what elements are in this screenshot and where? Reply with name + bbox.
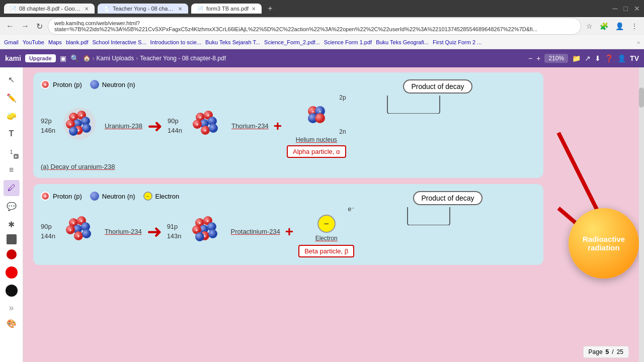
search-icon[interactable]: 🔍	[70, 54, 79, 62]
plus-zoom[interactable]: +	[536, 54, 540, 62]
tab-1[interactable]: 📄 08 chapter-8.pdf - Google Drive ✕	[4, 4, 95, 14]
home-icon[interactable]: 🏠	[83, 55, 91, 62]
brace-top	[382, 94, 493, 114]
tv-icon[interactable]: TV	[630, 54, 639, 62]
bookmark-school[interactable]: School Interactive S...	[93, 39, 146, 45]
text-tool[interactable]: T	[4, 126, 20, 142]
scrollbar-thumb[interactable]	[639, 87, 644, 108]
content-area: Product of decay + Proton (p) Neutron (	[23, 67, 553, 362]
svg-text:+: +	[198, 221, 201, 226]
protactinium-nucleus: + + + +	[186, 212, 226, 252]
bookmarks-bar: Gmail YouTube Maps blank.pdf School Inte…	[0, 35, 644, 49]
thorium-label: Thorium-234	[231, 122, 269, 130]
share-icon[interactable]: ↗	[585, 54, 591, 62]
palette-icon[interactable]: 🎨	[4, 315, 20, 331]
bookmark-maps[interactable]: Maps	[48, 39, 62, 45]
uranium-nucleus: + + + +	[59, 106, 100, 146]
svg-text:+: +	[77, 128, 79, 133]
page-indicator: Page 5 / 25	[583, 346, 629, 358]
bookmark-scienceform2[interactable]: Science_Form_2.pdf...	[264, 39, 320, 45]
svg-text:+: +	[203, 234, 206, 239]
paragraph-tool[interactable]: ≡	[4, 162, 20, 178]
color-picker[interactable]	[7, 234, 17, 244]
bookmark-youtube[interactable]: YouTube	[23, 39, 44, 45]
profile-kami[interactable]: 👤	[617, 54, 626, 62]
stamp-tool[interactable]: ✱	[4, 216, 20, 232]
bookmark-gmail[interactable]: Gmail	[4, 39, 19, 45]
breadcrumb-file[interactable]: Teacher Yong - 08 chapter-8.pdf	[140, 55, 226, 62]
uranium-counts: 92p 146n	[41, 117, 55, 135]
refresh-button[interactable]: ↻	[34, 21, 45, 32]
forward-button[interactable]: →	[19, 21, 31, 32]
thorium234-label: Thorium-234	[105, 228, 142, 235]
plus-bottom: +	[285, 224, 293, 240]
beta-box: Beta particle, β	[298, 245, 354, 257]
address-bar[interactable]: web.kamihq.com/web/viewer.html?state=%7B…	[48, 18, 581, 35]
kami-toolbar: kami Upgrade ▣ 🔍 🏠 › Kami Uploads › Teac…	[0, 49, 644, 67]
menu-icon[interactable]: ⋮	[629, 22, 640, 30]
helium-nucleus: + +	[304, 102, 329, 127]
bookmark-bukugeo[interactable]: Buku Teks Geografi...	[376, 39, 429, 45]
minus-zoom[interactable]: −	[528, 54, 532, 62]
arrow-bottom: ➜	[147, 223, 162, 241]
svg-text:+: +	[69, 228, 71, 233]
profile-icon[interactable]: 👤	[613, 22, 626, 30]
svg-point-47	[208, 229, 217, 238]
upgrade-button[interactable]: Upgrade	[25, 54, 56, 62]
plus-top: +	[274, 118, 282, 134]
black-color[interactable]	[4, 283, 20, 299]
kami-tools-right: − + 210% 📁 ↗ ⬇ ❓ 👤 TV	[528, 54, 639, 63]
comment-tool[interactable]: 💬	[4, 198, 20, 214]
helium-block: 2p + + 2n Helium nucleus	[287, 94, 346, 158]
svg-point-48	[195, 232, 204, 241]
breadcrumb: 🏠 › Kami Uploads › Teacher Yong - 08 cha…	[83, 55, 524, 62]
right-decoration: Radioactiveradiation	[553, 67, 644, 362]
tab-3[interactable]: 📄 form3 TB ans.pdf ✕	[191, 4, 262, 14]
maximize-button[interactable]: □	[624, 5, 628, 13]
uranium-block: 92p 146n	[41, 106, 100, 146]
tab-2[interactable]: 📄 Teacher Yong - 08 chapter-8.pdf ✕	[98, 4, 188, 14]
new-tab-button[interactable]: +	[265, 4, 275, 13]
neutron-legend-b: Neutron (n)	[90, 192, 135, 201]
number-tool[interactable]: 1 ▼	[4, 144, 20, 160]
bookmark-buku[interactable]: Buku Teks Sejarah T...	[205, 39, 260, 45]
bookmark-scienceform1[interactable]: Science Form 1.pdf	[324, 39, 372, 45]
scrollbar-track[interactable]	[639, 67, 644, 362]
brace-bottom	[403, 205, 493, 225]
product-decay-top-section: Product of decay	[382, 79, 493, 114]
cursor-tool[interactable]: ↖	[4, 71, 20, 87]
svg-text:+: +	[318, 110, 321, 114]
svg-text:+: +	[196, 122, 198, 127]
folder-icon[interactable]: 📁	[572, 54, 581, 62]
radioactive-ball: Radioactiveradiation	[569, 208, 639, 279]
download-icon[interactable]: ⬇	[595, 54, 601, 62]
sidebar-toggle[interactable]: ▣	[60, 54, 66, 62]
bookmark-blank[interactable]: blank.pdf	[66, 39, 89, 45]
breadcrumb-uploads[interactable]: Kami Uploads	[97, 55, 134, 62]
back-button[interactable]: ←	[4, 21, 16, 32]
product-decay-top-box: Product of decay	[403, 79, 472, 94]
pen-tool[interactable]: ✏️	[4, 89, 20, 106]
help-icon[interactable]: ❓	[605, 54, 613, 62]
extensions-icon[interactable]: 🧩	[598, 22, 610, 30]
arrow-top: ➜	[147, 117, 163, 135]
svg-text:+: +	[72, 221, 74, 226]
thorium234-nucleus: + + + +	[59, 212, 100, 252]
minimize-button[interactable]: ─	[613, 5, 618, 13]
svg-text:+: +	[199, 115, 201, 120]
eraser-tool[interactable]: 🧽	[4, 108, 20, 124]
zoom-level[interactable]: 210%	[544, 54, 568, 63]
bookmark-star[interactable]: ☆	[584, 22, 595, 30]
electron-block: e⁻ − Electron Beta particle, β	[298, 206, 354, 257]
red-color-2[interactable]	[4, 264, 20, 281]
highlight-tool[interactable]: 🖊	[4, 180, 20, 196]
caption-top: (a) Decay of uranium-238	[41, 163, 536, 170]
protactinium-block: 91p 143n + + +	[167, 212, 226, 252]
bookmark-quiz[interactable]: First Quiz Form 2 ...	[433, 39, 481, 45]
bookmark-intro[interactable]: Introduction to scie...	[150, 39, 202, 45]
bookmarks-overflow[interactable]: »	[637, 39, 640, 45]
left-sidebar: ↖ ✏️ 🧽 T 1 ▼ ≡ 🖊 💬 ✱ » 🎨	[0, 67, 23, 362]
close-button[interactable]: ✕	[634, 5, 640, 13]
more-tools[interactable]: »	[9, 303, 14, 313]
red-color[interactable]	[4, 246, 20, 262]
